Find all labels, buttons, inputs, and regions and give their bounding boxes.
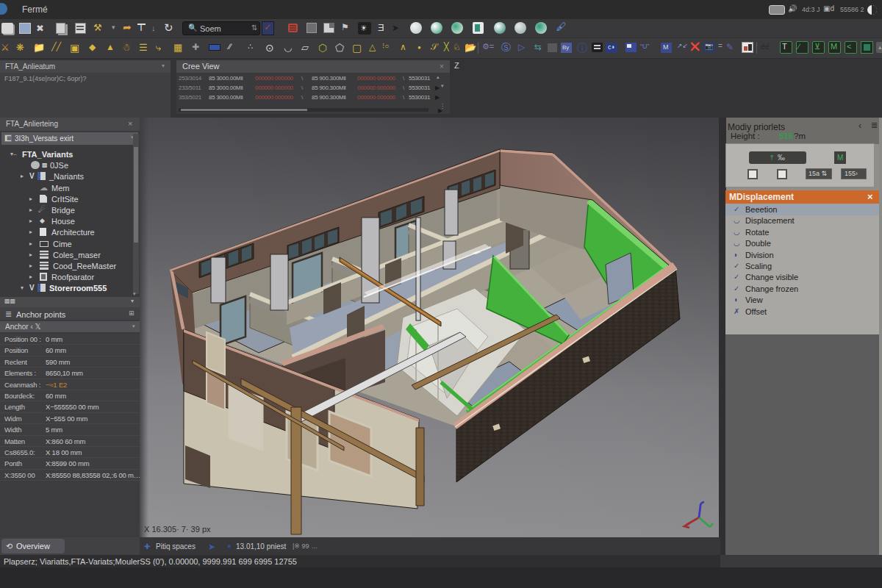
svg-text:X 16.305· 7· 39 px: X 16.305· 7· 39 px [144,525,211,534]
